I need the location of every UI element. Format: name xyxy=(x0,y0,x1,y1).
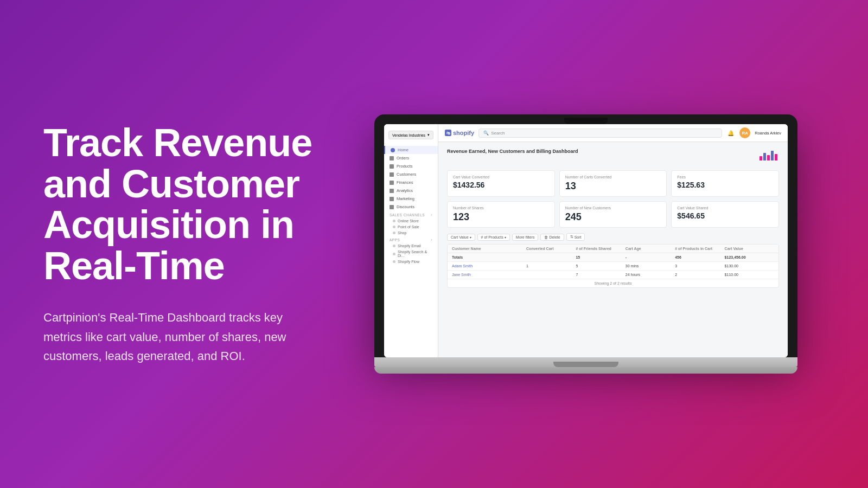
sidebar-label-finances: Finances xyxy=(397,180,413,185)
home-icon xyxy=(391,148,395,152)
table-row-adam[interactable]: Adam Smith 1 5 30 mins 3 $130.00 xyxy=(448,262,778,271)
store-dropdown[interactable]: Vendelas Industries ▾ xyxy=(388,131,433,139)
search-dot xyxy=(393,253,395,255)
sidebar-label-marketing: Marketing xyxy=(397,196,414,201)
shopify-sidebar: Vendelas Industries ▾ Home Orders xyxy=(384,124,438,357)
sort-icon: ⇅ xyxy=(570,235,573,239)
topbar: 🛍 shopify 🔍 Search 🔔 RA xyxy=(438,124,788,142)
sidebar-item-pos[interactable]: Point of Sale xyxy=(384,224,438,230)
products-icon xyxy=(390,164,394,169)
sidebar-item-shopify-search[interactable]: Shopify Search & Di... xyxy=(384,249,438,259)
col-header-products: # of Products in Cart xyxy=(675,247,724,251)
filter-cart-value[interactable]: Cart Value ▾ xyxy=(447,234,475,241)
sidebar-item-discounts[interactable]: Discounts xyxy=(384,203,438,211)
metric-label-1: Number of Carts Converted xyxy=(565,175,661,179)
filter-label-sort: Sort xyxy=(575,235,582,239)
col-header-customer: Customer Name xyxy=(452,247,526,251)
sidebar-item-orders[interactable]: Orders xyxy=(384,154,438,162)
metric-label-3: Number of Shares xyxy=(453,206,549,210)
sidebar-label-orders: Orders xyxy=(397,156,409,160)
shop-dot xyxy=(393,232,395,234)
filter-more[interactable]: More filters xyxy=(512,234,539,241)
laptop-base xyxy=(374,357,797,367)
shopify-logo: 🛍 shopify xyxy=(445,130,474,136)
metric-card-fees: Fees $125.63 xyxy=(671,170,779,197)
table-footer: Showing 2 of 2 results xyxy=(448,279,778,287)
user-avatar[interactable]: RA xyxy=(739,127,750,138)
topbar-right: 🔔 RA Roanda Arklev xyxy=(726,127,781,138)
sales-channels-label: Sales channels xyxy=(390,213,425,217)
analytics-icon xyxy=(390,189,394,193)
filter-arrow-icon: ▾ xyxy=(470,235,471,239)
filter-sort[interactable]: ⇅ Sort xyxy=(566,233,585,241)
laptop-notch xyxy=(564,118,608,124)
bell-icon[interactable]: 🔔 xyxy=(726,129,735,137)
cell-totals-age: - xyxy=(626,255,675,259)
search-placeholder: Search xyxy=(491,131,505,136)
store-selector[interactable]: Vendelas Industries ▾ xyxy=(384,129,438,142)
col-header-age: Cart Age xyxy=(626,247,675,251)
cell-jane-age: 24 hours xyxy=(626,273,675,277)
dashboard-title: Revenue Earned, New Customers and Billin… xyxy=(447,149,578,154)
sidebar-item-shopify-flow[interactable]: Shopify Flow xyxy=(384,259,438,265)
sales-channels-section: Sales channels › xyxy=(384,211,438,218)
cell-jane-products: 2 xyxy=(675,273,724,277)
data-table: Customer Name Converted Cart # of Friend… xyxy=(447,244,779,288)
discounts-icon xyxy=(390,205,394,209)
shopify-flow-label: Shopify Flow xyxy=(398,260,419,264)
cell-totals-products: 456 xyxy=(675,255,724,259)
filter-delete[interactable]: 🗑 Delete xyxy=(540,234,564,241)
cell-adam-age: 30 mins xyxy=(626,264,675,268)
table-footer-text: Showing 2 of 2 results xyxy=(595,281,632,285)
table-row-jane[interactable]: Jane Smith 7 24 hours 2 $110.00 xyxy=(448,271,778,279)
left-column: Track Revenue and Customer Acquisition i… xyxy=(43,123,347,365)
online-store-dot xyxy=(393,220,395,222)
table-row-totals: Totals 15 - 456 $123,456.00 xyxy=(448,253,778,262)
cell-jane-value: $110.00 xyxy=(725,273,774,277)
shop-label: Shop xyxy=(398,231,406,235)
apps-expand-icon: › xyxy=(431,238,432,242)
cell-adam-value: $130.00 xyxy=(725,264,774,268)
shopify-main: 🛍 shopify 🔍 Search 🔔 RA xyxy=(438,124,788,357)
topbar-search[interactable]: 🔍 Search xyxy=(478,129,722,138)
marketing-icon xyxy=(390,197,394,201)
metric-value-5: $546.65 xyxy=(677,211,773,220)
table-controls: Cart Value ▾ # of Products ▾ More filter… xyxy=(447,233,779,241)
apps-section: Apps › xyxy=(384,236,438,243)
filter-label-products: # of Products xyxy=(481,235,503,239)
sidebar-item-home[interactable]: Home xyxy=(384,146,438,154)
metric-label-5: Cart Value Shared xyxy=(677,206,773,210)
laptop-hinge xyxy=(553,362,618,367)
subtext-paragraph: Cartpinion's Real-Time Dashboard tracks … xyxy=(43,308,304,365)
metric-label-2: Fees xyxy=(677,175,773,179)
sidebar-item-marketing[interactable]: Marketing xyxy=(384,195,438,203)
filter-label-cart-value: Cart Value xyxy=(451,235,469,239)
chart-bar-1 xyxy=(760,156,762,160)
metric-value-3: 123 xyxy=(453,211,549,223)
chart-bar-3 xyxy=(767,155,770,160)
laptop-bezel: Vendelas Industries ▾ Home Orders xyxy=(374,114,797,357)
chart-bar-4 xyxy=(771,151,774,160)
col-header-friends: # of Friends Shared xyxy=(576,247,625,251)
laptop-bottom xyxy=(374,367,797,374)
main-headline: Track Revenue and Customer Acquisition i… xyxy=(43,123,326,286)
sidebar-label-products: Products xyxy=(397,164,413,169)
filter-products[interactable]: # of Products ▾ xyxy=(477,234,510,241)
sidebar-item-shop[interactable]: Shop xyxy=(384,230,438,236)
shopify-search-label: Shopify Search & Di... xyxy=(398,250,432,258)
cell-jane-name: Jane Smith xyxy=(452,273,526,277)
sidebar-item-analytics[interactable]: Analytics xyxy=(384,187,438,195)
chart-icon xyxy=(760,149,779,165)
sidebar-label-discounts: Discounts xyxy=(397,204,414,209)
dashboard-content: Revenue Earned, New Customers and Billin… xyxy=(438,142,788,357)
filter-products-arrow-icon: ▾ xyxy=(505,235,506,239)
headline-line4: Real-Time xyxy=(43,244,225,287)
sidebar-item-finances[interactable]: Finances xyxy=(384,178,438,187)
sidebar-item-online-store[interactable]: Online Store xyxy=(384,218,438,224)
headline-line3: Acquisition in xyxy=(43,203,294,246)
sidebar-item-products[interactable]: Products xyxy=(384,162,438,170)
sidebar-item-customers[interactable]: Customers xyxy=(384,170,438,178)
cell-totals-name: Totals xyxy=(452,255,526,259)
sidebar-item-shopify-email[interactable]: Shopify Email xyxy=(384,243,438,249)
page-wrapper: Track Revenue and Customer Acquisition i… xyxy=(0,0,868,488)
